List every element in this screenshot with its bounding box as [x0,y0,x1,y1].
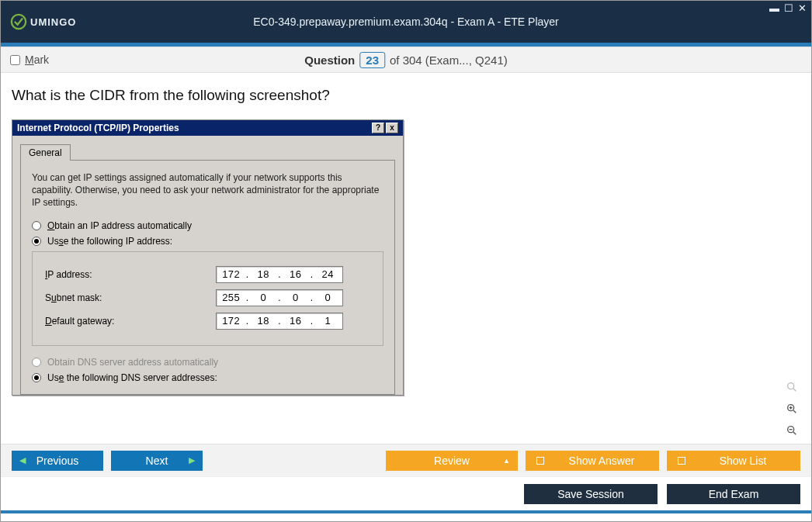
ip-address-row: IP address: 172. 18. 16. 24 [45,266,370,283]
radio-icon [32,358,41,367]
tab-panel-general: You can get IP settings assigned automat… [20,160,395,395]
arrow-left-icon: ◀ [19,455,26,465]
question-label: Question [304,54,355,67]
radio-use-ip-label: Usse the following IP address: [47,236,172,247]
zoom-controls [783,379,800,439]
maximize-icon[interactable]: ☐ [784,2,793,14]
tab-row: General [20,143,395,160]
brand-text: UMINGO [30,16,76,28]
subnet-mask-label: Subnet mask: [45,292,216,303]
show-list-label: Show List [696,455,789,467]
check-icon [10,13,27,30]
ip-address-input[interactable]: 172. 18. 16. 24 [216,266,343,283]
svg-point-1 [788,383,794,389]
subnet-mask-row: Subnet mask: 255. 0. 0. 0 [45,289,370,306]
window-title: EC0-349.prepaway.premium.exam.304q - Exa… [253,16,558,28]
dialog-title-buttons: ? x [372,123,398,133]
radio-use-dns-label: Use the following DNS server addresses: [47,372,217,383]
radio-obtain-ip-label: Obtain an IP address automatically [47,220,192,231]
svg-line-4 [793,410,796,413]
brand-logo: UMINGO [10,13,76,30]
close-icon[interactable]: ✕ [798,2,807,14]
nav-row: ◀ Previous Next ▶ Review ▲ Show Answer S… [1,444,811,476]
default-gateway-label: Default gateway: [45,316,216,327]
previous-label: Previous [36,455,78,467]
triangle-up-icon: ▲ [503,457,510,465]
radio-icon [32,373,41,382]
titlebar: UMINGO EC0-349.prepaway.premium.exam.304… [1,1,811,43]
radio-obtain-dns-label: Obtain DNS server address automatically [47,357,218,368]
show-answer-label: Show Answer [555,455,648,467]
review-label: Review [434,455,470,467]
radio-icon [32,221,41,230]
save-session-label: Save Session [557,488,624,500]
svg-line-2 [793,389,796,391]
bottom-row: Save Session End Exam [1,476,811,510]
subnet-mask-input[interactable]: 255. 0. 0. 0 [216,289,343,306]
tab-general[interactable]: General [20,144,71,161]
ip-address-label: IP address: [45,269,216,280]
ip-groupbox: IP address: 172. 18. 16. 24 Subnet mask:… [32,251,383,346]
tcpip-dialog: Internet Protocol (TCP/IP) Properties ? … [12,119,404,396]
radio-icon [32,237,41,246]
question-total: of 304 (Exam..., Q241) [390,54,508,67]
end-exam-label: End Exam [709,488,759,500]
question-number[interactable]: 23 [359,52,385,68]
next-label: Next [146,455,168,467]
square-icon [678,457,685,465]
end-exam-button[interactable]: End Exam [667,484,800,504]
zoom-out-icon[interactable] [783,422,800,439]
search-icon[interactable] [783,379,800,396]
previous-button[interactable]: ◀ Previous [12,451,103,471]
dialog-body: General You can get IP settings assigned… [12,136,403,395]
help-icon[interactable]: ? [372,123,384,133]
dialog-title-text: Internet Protocol (TCP/IP) Properties [17,123,372,133]
window-controls: ▬ ☐ ✕ [769,2,807,14]
minimize-icon[interactable]: ▬ [769,2,779,14]
next-button[interactable]: Next ▶ [111,451,203,471]
svg-line-8 [793,432,796,434]
square-icon [536,457,544,465]
dialog-close-icon[interactable]: x [386,123,398,133]
show-list-button[interactable]: Show List [667,451,800,471]
default-gateway-row: Default gateway: 172. 18. 16. 1 [45,313,370,330]
question-indicator: Question 23 of 304 (Exam..., Q241) [304,52,507,68]
radio-obtain-ip[interactable]: Obtain an IP address automatically [32,220,383,231]
question-text: What is the CIDR from the following scre… [12,87,800,104]
radio-obtain-dns: Obtain DNS server address automatically [32,357,383,368]
dialog-description: You can get IP settings assigned automat… [32,171,383,209]
show-answer-button[interactable]: Show Answer [526,451,659,471]
review-button[interactable]: Review ▲ [386,451,518,471]
info-bar: Mark Question 23 of 304 (Exam..., Q241) [1,47,811,73]
mark-checkbox[interactable]: Mark [10,54,49,66]
content-area: What is the CIDR from the following scre… [1,73,811,444]
mark-label: Mark [25,54,49,66]
zoom-in-icon[interactable] [783,400,800,417]
default-gateway-input[interactable]: 172. 18. 16. 1 [216,313,343,330]
radio-use-ip[interactable]: Usse the following IP address: [32,236,383,247]
mark-checkbox-input[interactable] [10,55,20,65]
dialog-titlebar: Internet Protocol (TCP/IP) Properties ? … [12,120,403,136]
radio-use-dns[interactable]: Use the following DNS server addresses: [32,372,383,383]
save-session-button[interactable]: Save Session [524,484,658,504]
svg-point-0 [12,15,26,29]
arrow-right-icon: ▶ [189,455,195,465]
divider [1,510,811,513]
